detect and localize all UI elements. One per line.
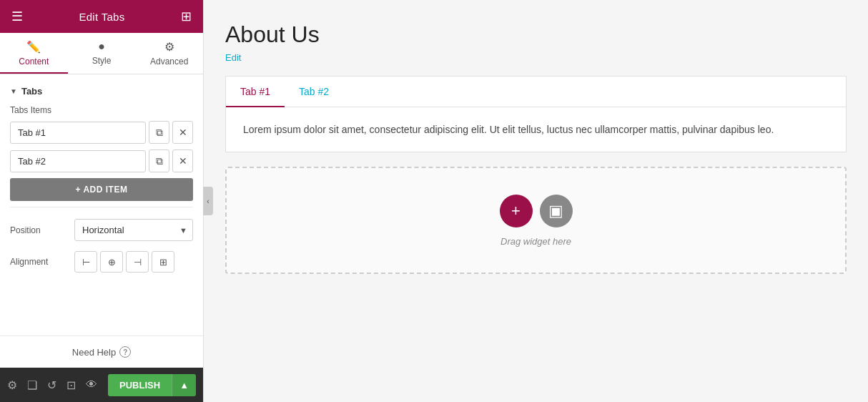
publish-group: PUBLISH ▲: [108, 374, 196, 396]
help-icon[interactable]: ?: [119, 346, 131, 358]
tab-item-row-2: ⧉ ✕: [10, 149, 193, 172]
section-title: Tabs: [21, 86, 42, 97]
tab-content-label: Content: [19, 57, 49, 67]
align-left-button[interactable]: ⊢: [74, 251, 97, 273]
panel-tabs: ✏️ Content ● Style ⚙ Advanced: [0, 33, 203, 74]
section-arrow-icon: ▼: [10, 87, 17, 95]
page-title: About Us: [225, 21, 847, 48]
tab-style-label: Style: [92, 56, 112, 66]
settings-icon[interactable]: ⚙: [7, 378, 17, 392]
need-help-label: Need Help: [72, 347, 116, 358]
left-panel: ☰ Edit Tabs ⊞ ✏️ Content ● Style ⚙ Advan…: [0, 0, 204, 402]
drop-zone-label: Drag widget here: [500, 236, 571, 247]
main-content: About Us Edit Tab #1 Tab #2 Lorem ipsum …: [204, 0, 868, 402]
position-label: Position: [10, 225, 74, 235]
tabs-widget: Tab #1 Tab #2 Lorem ipsum dolor sit amet…: [225, 76, 847, 152]
alignment-control: ⊢ ⊕ ⊣ ⊞: [74, 251, 193, 273]
add-widget-button[interactable]: +: [500, 195, 533, 227]
advanced-icon: ⚙: [164, 40, 174, 54]
tab-item-input-1[interactable]: [10, 122, 146, 144]
panel-header: ☰ Edit Tabs ⊞: [0, 0, 203, 33]
tab-item-delete-2[interactable]: ✕: [172, 149, 193, 172]
section-header: ▼ Tabs: [10, 86, 193, 97]
align-stretch-button[interactable]: ⊞: [152, 251, 174, 273]
hamburger-icon[interactable]: ☰: [11, 9, 23, 24]
edit-link[interactable]: Edit: [225, 52, 241, 63]
tab-item-duplicate-2[interactable]: ⧉: [149, 149, 169, 172]
drop-zone-actions: + ▣: [500, 195, 573, 227]
style-icon: ●: [98, 40, 105, 53]
panel-title: Edit Tabs: [79, 11, 124, 23]
layers-icon[interactable]: ❑: [27, 378, 37, 392]
panel-content: ▼ Tabs Tabs Items ⧉ ✕ ⧉ ✕ + ADD ITEM Pos…: [0, 74, 203, 335]
content-icon: ✏️: [26, 40, 41, 54]
position-control: Horizontal Vertical ▼: [74, 219, 193, 241]
need-help: Need Help ?: [0, 335, 203, 368]
align-center-button[interactable]: ⊕: [100, 251, 123, 273]
tabs-items-label: Tabs Items: [10, 105, 193, 115]
tab-content-text: Lorem ipsum dolor sit amet, consectetur …: [243, 124, 774, 135]
tab-item-row-1: ⧉ ✕: [10, 121, 193, 144]
tabs-nav: Tab #1 Tab #2: [226, 77, 846, 107]
eye-icon[interactable]: 👁: [86, 378, 97, 391]
tab-advanced-label: Advanced: [150, 57, 188, 67]
add-item-label: + ADD ITEM: [76, 185, 128, 195]
toolbar-icons: ⚙ ❑ ↺ ⊡ 👁: [7, 378, 97, 392]
drop-zone: + ▣ Drag widget here: [225, 167, 847, 274]
tab-item-delete-1[interactable]: ✕: [172, 121, 193, 144]
alignment-label: Alignment: [10, 257, 74, 267]
tab-style[interactable]: ● Style: [68, 33, 136, 74]
tab-nav-2[interactable]: Tab #2: [285, 77, 343, 107]
tab-content[interactable]: ✏️ Content: [0, 33, 68, 74]
bottom-toolbar: ⚙ ❑ ↺ ⊡ 👁 PUBLISH ▲: [0, 368, 203, 402]
tab-item-duplicate-1[interactable]: ⧉: [149, 121, 169, 144]
publish-button[interactable]: PUBLISH: [108, 374, 172, 396]
align-right-button[interactable]: ⊣: [126, 251, 149, 273]
responsive-icon[interactable]: ⊡: [66, 378, 76, 392]
alignment-row: Alignment ⊢ ⊕ ⊣ ⊞: [10, 251, 193, 273]
tab-advanced[interactable]: ⚙ Advanced: [135, 33, 203, 74]
tab-nav-1[interactable]: Tab #1: [226, 77, 285, 107]
grid-icon[interactable]: ⊞: [181, 9, 192, 24]
add-item-button[interactable]: + ADD ITEM: [10, 178, 193, 201]
alignment-buttons: ⊢ ⊕ ⊣ ⊞: [74, 251, 193, 273]
position-row: Position Horizontal Vertical ▼: [10, 219, 193, 241]
history-icon[interactable]: ↺: [47, 378, 56, 392]
publish-dropdown-button[interactable]: ▲: [172, 374, 196, 396]
divider: [10, 207, 193, 207]
position-select[interactable]: Horizontal Vertical: [74, 219, 193, 241]
widget-library-button[interactable]: ▣: [540, 195, 573, 227]
position-select-wrapper: Horizontal Vertical ▼: [74, 219, 193, 241]
collapse-handle[interactable]: ‹: [203, 187, 213, 215]
tabs-content: Lorem ipsum dolor sit amet, consectetur …: [226, 107, 846, 152]
tab-item-input-2[interactable]: [10, 150, 146, 172]
